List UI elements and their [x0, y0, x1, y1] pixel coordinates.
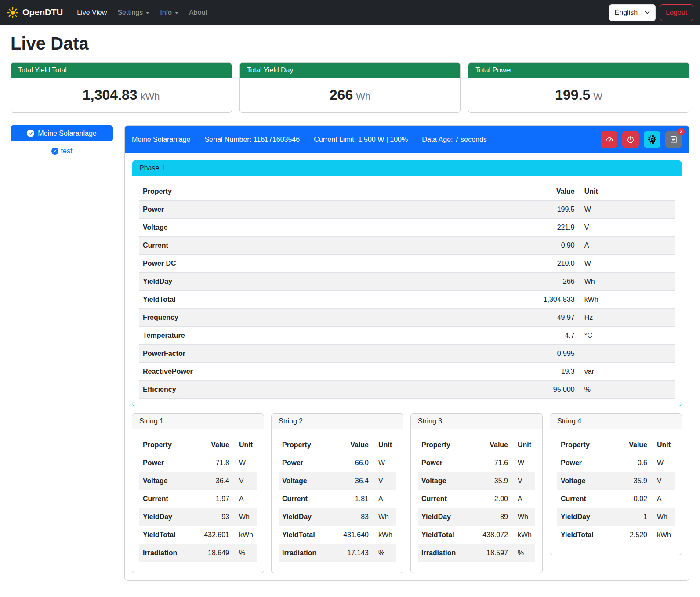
- value-cell: 221.9: [402, 219, 578, 237]
- value-cell: 71.6: [470, 454, 511, 472]
- nav-about[interactable]: About: [184, 5, 213, 21]
- event-log-link[interactable]: test: [11, 147, 113, 155]
- value-cell: 35.9: [470, 472, 511, 490]
- value-cell: 266: [402, 273, 578, 291]
- limit-settings-button[interactable]: [601, 131, 617, 148]
- string-card-body: PropertyValueUnitPower71.6WVoltage35.9VC…: [411, 429, 542, 573]
- event-log-button[interactable]: 2: [665, 131, 682, 148]
- value-cell: 2.520: [614, 526, 651, 544]
- value-cell: 71.8: [192, 454, 233, 472]
- property-cell: Temperature: [139, 327, 402, 345]
- nav-live-view[interactable]: Live View: [72, 5, 112, 21]
- nav-right: English Logout: [609, 4, 693, 21]
- chevron-down-icon: [645, 9, 650, 17]
- string-card-title: String 4: [550, 414, 682, 429]
- property-cell: Current: [279, 490, 331, 508]
- phase-table-body: Power199.5WVoltage221.9VCurrent0.90APowe…: [139, 201, 675, 399]
- nav-about-label: About: [189, 9, 207, 17]
- value-cell: 1: [614, 508, 651, 526]
- value-cell: 1.97: [192, 490, 233, 508]
- sun-icon: [7, 7, 18, 18]
- nav-settings[interactable]: Settings: [112, 5, 155, 21]
- value-header: Value: [192, 436, 233, 454]
- property-cell: YieldDay: [418, 508, 470, 526]
- string-table: PropertyValueUnitPower66.0WVoltage36.4VC…: [279, 436, 396, 562]
- nav-links: Live View Settings Info About: [72, 5, 609, 21]
- unit-cell: kWh: [233, 526, 257, 544]
- unit-cell: W: [511, 454, 535, 472]
- string-card: String 4PropertyValueUnitPower0.6WVoltag…: [550, 413, 682, 555]
- event-count-badge: 2: [678, 128, 685, 135]
- string-card-title: String 2: [272, 414, 403, 429]
- property-cell: YieldDay: [139, 508, 192, 526]
- value-cell: 0.995: [402, 345, 578, 363]
- device-info-button[interactable]: [644, 131, 660, 148]
- table-row: YieldDay1Wh: [557, 508, 675, 526]
- property-header: Property: [139, 436, 192, 454]
- strings-row: String 1PropertyValueUnitPower71.8WVolta…: [132, 413, 682, 573]
- unit-header: Unit: [511, 436, 535, 454]
- table-row: Power199.5W: [139, 201, 675, 219]
- property-cell: ReactivePower: [139, 363, 402, 381]
- string-card: String 2PropertyValueUnitPower66.0WVolta…: [271, 413, 403, 573]
- value-header: Value: [470, 436, 511, 454]
- chevron-down-icon: [146, 12, 149, 14]
- table-header-row: PropertyValueUnit: [557, 436, 675, 454]
- value-cell: 93: [192, 508, 233, 526]
- card-body: 199.5W: [468, 78, 689, 112]
- inverter-select-button[interactable]: Meine Solaranlage: [11, 125, 113, 141]
- total-yield-total-value: 1,304.83: [83, 87, 138, 103]
- phase-table: Property Value Unit Power199.5WVoltage22…: [139, 183, 675, 399]
- unit-cell: V: [578, 219, 675, 237]
- string-card-body: PropertyValueUnitPower66.0WVoltage36.4VC…: [272, 429, 403, 573]
- value-cell: 4.7: [402, 327, 578, 345]
- total-yield-total-card: Total Yield Total 1,304.83kWh: [11, 62, 232, 113]
- unit-cell: A: [233, 490, 257, 508]
- value-cell: 95.000: [402, 381, 578, 399]
- nav-info[interactable]: Info: [155, 5, 184, 21]
- property-cell: Voltage: [279, 472, 331, 490]
- value-cell: 19.3: [402, 363, 578, 381]
- value-cell: 438.072: [470, 526, 511, 544]
- brand[interactable]: OpenDTU: [7, 7, 63, 18]
- unit-cell: A: [578, 237, 675, 255]
- inverter-serial: Serial Number: 116171603546: [204, 136, 300, 144]
- phase-card: Phase 1 Property Value Unit: [132, 160, 682, 406]
- value-cell: 0.6: [614, 454, 651, 472]
- table-row: Power71.8W: [139, 454, 257, 472]
- event-link-label: test: [61, 147, 73, 155]
- inverter-actions: 2: [601, 131, 682, 148]
- value-cell: 66.0: [331, 454, 372, 472]
- string-table: PropertyValueUnitPower0.6WVoltage35.9VCu…: [557, 436, 675, 544]
- navbar: OpenDTU Live View Settings Info About En…: [0, 0, 700, 25]
- value-cell: 432.601: [192, 526, 233, 544]
- unit-cell: V: [233, 472, 257, 490]
- property-cell: Voltage: [557, 472, 614, 490]
- value-cell: 83: [331, 508, 372, 526]
- property-cell: Voltage: [139, 472, 192, 490]
- logout-button[interactable]: Logout: [660, 4, 693, 21]
- unit-cell: %: [233, 544, 257, 562]
- page: OpenDTU Live View Settings Info About En…: [0, 0, 700, 597]
- total-power-value: 199.5: [555, 87, 590, 103]
- property-cell: Power: [139, 454, 192, 472]
- card-title: Total Power: [468, 63, 689, 78]
- language-select[interactable]: English: [609, 4, 656, 21]
- table-header-row: PropertyValueUnit: [418, 436, 535, 454]
- unit-cell: kWh: [651, 526, 675, 544]
- power-settings-button[interactable]: [622, 131, 639, 148]
- phase-card-title: Phase 1: [132, 161, 682, 176]
- card-body: 266Wh: [240, 78, 461, 112]
- x-circle-icon: [51, 148, 58, 155]
- inverter-panel-body: Phase 1 Property Value Unit: [125, 153, 689, 580]
- unit-cell: Wh: [372, 508, 396, 526]
- property-cell: Current: [557, 490, 614, 508]
- table-row: Power0.6W: [557, 454, 675, 472]
- value-cell: 18.649: [192, 544, 233, 562]
- property-header: Property: [139, 183, 402, 201]
- table-row: YieldTotal432.601kWh: [139, 526, 257, 544]
- property-cell: Power: [418, 454, 470, 472]
- table-row: Voltage36.4V: [139, 472, 257, 490]
- string-table: PropertyValueUnitPower71.8WVoltage36.4VC…: [139, 436, 257, 562]
- property-cell: Frequency: [139, 309, 402, 327]
